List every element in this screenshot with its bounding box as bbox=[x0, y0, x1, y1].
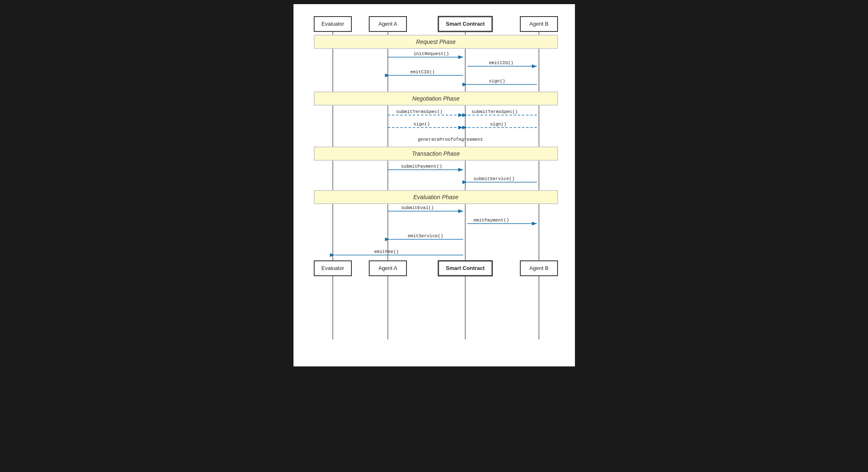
evaluation-phase-label: Evaluation Phase bbox=[413, 194, 458, 200]
transaction-phase-label: Transaction Phase bbox=[412, 150, 460, 157]
initrequest-label: initRequest() bbox=[414, 51, 449, 56]
emitcid-agentb-label: emitCID() bbox=[489, 60, 513, 65]
emitcid-agenta-label: emitCID() bbox=[410, 70, 435, 75]
sign-request-label: sign() bbox=[489, 79, 505, 84]
submitpayment-label: submitPayment() bbox=[401, 164, 442, 169]
generateproof-label: generateProofofAgreement bbox=[418, 137, 483, 142]
emitpayment-label: emitPayment() bbox=[474, 218, 509, 223]
submittermsspec-agenta-label: submitTermsSpec() bbox=[396, 109, 442, 114]
emitfee-label: emitFee() bbox=[374, 249, 399, 254]
diagram-container: Evaluator Agent A Smart Contract Agent B… bbox=[293, 4, 575, 366]
bottom-evaluator-label: Evaluator bbox=[321, 265, 344, 271]
sign-agentb-label: sign() bbox=[490, 122, 507, 127]
bottom-agentB-label: Agent B bbox=[529, 265, 548, 271]
top-agentB-label: Agent B bbox=[529, 21, 548, 27]
submittermsspec-agentb-label: submitTermsSpec() bbox=[471, 109, 518, 114]
bottom-smartcontract-label: Smart Contract bbox=[446, 265, 485, 271]
negotiation-phase-label: Negotiation Phase bbox=[412, 95, 459, 102]
request-phase-label: Request Phase bbox=[416, 39, 456, 45]
top-evaluator-label: Evaluator bbox=[321, 21, 344, 27]
submiteval-label: submitEval() bbox=[401, 205, 434, 210]
top-agentA-label: Agent A bbox=[378, 21, 397, 27]
sign-agenta-label: sign() bbox=[414, 122, 430, 127]
bottom-agentA-label: Agent A bbox=[378, 265, 397, 271]
submitservice-label: submitService() bbox=[474, 176, 515, 181]
top-smartcontract-label: Smart Contract bbox=[446, 21, 485, 27]
emitservice-label: emitService() bbox=[408, 234, 443, 238]
sequence-diagram: Evaluator Agent A Smart Contract Agent B… bbox=[302, 12, 575, 356]
